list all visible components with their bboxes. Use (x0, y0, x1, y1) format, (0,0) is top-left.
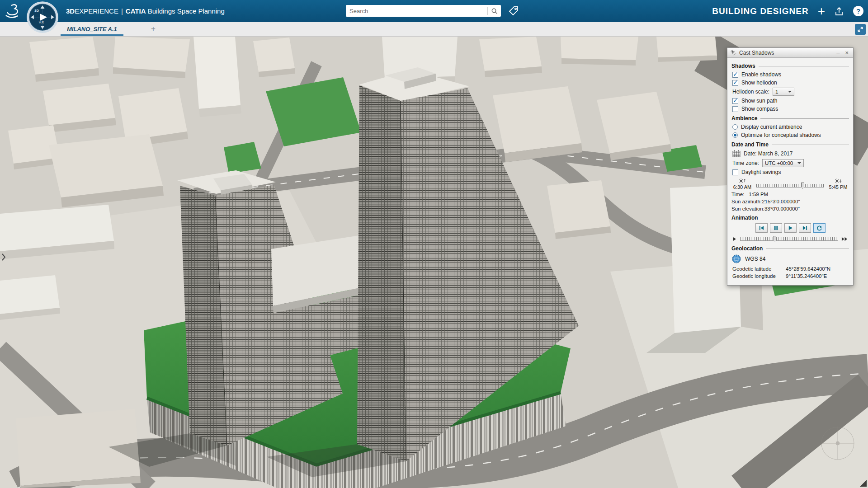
sunset-icon (834, 177, 842, 184)
azimuth-label: Sun azimuth: (731, 199, 762, 204)
enable-shadows-row[interactable]: Enable shadows (732, 71, 849, 78)
search-icon[interactable] (488, 8, 501, 14)
display-current-ambience-radio[interactable] (732, 124, 738, 130)
search-box (346, 5, 501, 17)
date-label: Date: (744, 150, 757, 157)
enable-shadows-checkbox[interactable] (732, 72, 738, 78)
expand-panel-chevron-icon[interactable] (1, 253, 6, 263)
optimize-conceptual-radio[interactable] (732, 132, 738, 138)
show-heliodon-label: Show heliodon (741, 80, 777, 86)
tag-icon[interactable] (507, 5, 520, 17)
date-value: March 8, 2017 (758, 150, 793, 157)
cast-shadows-panel: Cast Shadows – × Shadows Enable shadows … (727, 47, 854, 286)
tab-bar: MILANO_SITE A.1 + (0, 22, 868, 37)
show-compass-row[interactable]: Show compass (732, 106, 849, 112)
skip-to-start-button[interactable] (755, 223, 768, 233)
navigation-compass[interactable]: 3D V.R (26, 1, 59, 33)
brand-divider: | (121, 7, 123, 15)
dassault-logo-icon[interactable] (4, 2, 21, 19)
share-icon[interactable] (834, 6, 844, 16)
new-tab-button[interactable]: + (151, 24, 156, 33)
latitude-label: Geodetic latitude (732, 266, 786, 272)
time-value: 1:59 PM (749, 192, 768, 197)
app-title: 3DEXPERIENCE|CATIA Buildings Space Plann… (66, 0, 225, 22)
display-current-ambience-row[interactable]: Display current ambience (732, 124, 849, 130)
panel-title: Cast Shadows (739, 50, 832, 56)
sky-bridge (271, 235, 359, 366)
close-icon[interactable]: × (844, 50, 850, 56)
show-heliodon-checkbox[interactable] (732, 80, 738, 86)
help-icon[interactable]: ? (853, 6, 863, 16)
animation-slider-handle[interactable] (773, 236, 776, 242)
optimize-conceptual-row[interactable]: Optimize for conceptual shadows (732, 132, 849, 138)
topbar-right-cluster: BUILDING DESIGNER + ? (712, 0, 863, 22)
show-compass-checkbox[interactable] (732, 106, 738, 112)
enable-shadows-label: Enable shadows (741, 71, 781, 78)
longitude-value: 9°11'35.246400"E (786, 273, 827, 279)
tab-milano-site[interactable]: MILANO_SITE A.1 (60, 22, 124, 36)
sunset-column: 5:45 PM (827, 177, 849, 190)
panel-title-bar[interactable]: Cast Shadows – × (727, 48, 853, 58)
heliodon-scale-dropdown[interactable]: 1 (773, 88, 794, 96)
heliodon-scale-value: 1 (775, 89, 778, 94)
section-ambience-heading: Ambience (731, 115, 849, 122)
range-end-time: 5:45 PM (829, 184, 848, 190)
timezone-dropdown[interactable]: UTC +00:00 (762, 159, 804, 167)
heliodon-scale-row: Heliodon scale: 1 (732, 88, 849, 96)
timezone-label: Time zone: (732, 160, 759, 166)
heliodon-scale-label: Heliodon scale: (732, 89, 769, 95)
animation-slider[interactable] (740, 236, 838, 242)
chevron-down-icon (788, 91, 792, 94)
pause-button[interactable] (770, 223, 782, 233)
show-heliodon-row[interactable]: Show heliodon (732, 80, 849, 86)
play-small-icon[interactable] (732, 237, 736, 241)
loop-button[interactable] (813, 223, 826, 233)
section-animation-heading: Animation (731, 215, 849, 221)
top-bar: 3D V.R 3DEXPERIENCE|CATIA Buildings Spac… (0, 0, 868, 22)
add-content-icon[interactable]: + (818, 5, 825, 18)
daylight-savings-checkbox[interactable] (732, 169, 738, 175)
range-start-time: 6:30 AM (733, 184, 751, 190)
datum-label: WGS 84 (745, 256, 765, 262)
sunrise-icon (738, 177, 746, 184)
daylight-savings-row[interactable]: Daylight savings (732, 169, 849, 175)
chevron-down-icon (797, 162, 801, 166)
show-sun-path-row[interactable]: Show sun path (732, 98, 849, 104)
timezone-value: UTC +00:00 (765, 160, 793, 166)
skip-to-end-button[interactable] (799, 223, 811, 233)
animation-slider-row (732, 236, 848, 242)
fast-forward-icon[interactable] (841, 237, 848, 241)
cast-shadows-icon (731, 50, 736, 56)
tab-label: MILANO_SITE A.1 (67, 26, 117, 33)
geodetic-latitude-row: Geodetic latitude 45°28'59.642400"N (732, 266, 849, 272)
view-manipulator (821, 427, 854, 460)
resize-corner-icon[interactable] (860, 480, 867, 487)
time-slider-handle[interactable] (801, 183, 804, 189)
show-compass-label: Show compass (741, 106, 778, 112)
play-button[interactable] (784, 223, 797, 233)
geodetic-longitude-row: Geodetic longitude 9°11'35.246400"E (732, 273, 849, 279)
app-window: 3D V.R 3DEXPERIENCE|CATIA Buildings Spac… (0, 0, 868, 488)
panel-body: Shadows Enable shadows Show heliodon Hel… (727, 58, 853, 285)
calendar-icon[interactable] (732, 150, 741, 157)
show-sun-path-checkbox[interactable] (732, 98, 738, 104)
maximize-view-icon[interactable] (855, 24, 866, 35)
elevation-value: 33°0'0.000000" (764, 206, 800, 211)
time-slider[interactable] (756, 183, 824, 189)
time-label: Time: (731, 192, 744, 197)
time-readout: Time:1:59 PM (731, 192, 849, 197)
compass-top-label: 3D (34, 9, 39, 13)
elevation-label: Sun elevation: (731, 206, 764, 211)
animation-buttons (731, 223, 849, 233)
compass-bottom-label: V.R (39, 21, 44, 24)
globe-icon (731, 254, 741, 264)
app-module-name: Buildings Space Planning (148, 7, 225, 15)
app-catia: CATIA (126, 7, 146, 15)
brand-experience: EXPERIENCE (75, 7, 118, 15)
azimuth-value: 215°3'0.000000" (762, 199, 800, 204)
show-sun-path-label: Show sun path (741, 98, 777, 104)
daylight-savings-label: Daylight savings (741, 169, 781, 175)
role-title: BUILDING DESIGNER (712, 6, 808, 16)
search-input[interactable] (346, 8, 487, 14)
minimize-icon[interactable]: – (835, 50, 841, 56)
